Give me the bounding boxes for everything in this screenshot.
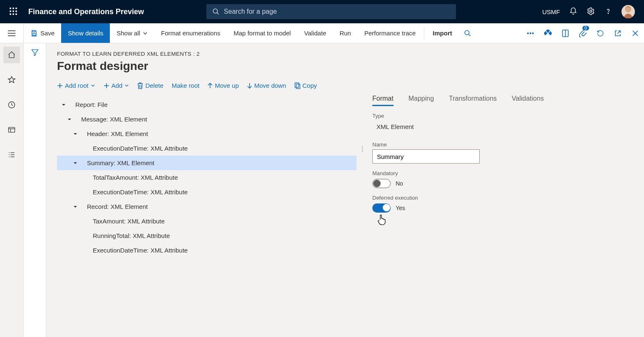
splitter[interactable]: [359, 95, 366, 203]
svg-point-4: [12, 10, 14, 12]
tree-node-label: Header: XML Element: [87, 130, 148, 137]
format-enumerations-button[interactable]: Format enumerations: [154, 23, 227, 43]
map-format-button[interactable]: Map format to model: [227, 23, 298, 43]
svg-point-9: [213, 9, 218, 13]
make-root-button[interactable]: Make root: [172, 82, 200, 89]
tree-node-label: ExecutionDateTime: XML Attribute: [93, 145, 188, 152]
tree-node[interactable]: Record: XML Element: [57, 199, 357, 214]
user-avatar[interactable]: [622, 5, 635, 18]
svg-point-12: [608, 13, 608, 13]
global-header: Finance and Operations Preview Search fo…: [0, 0, 644, 23]
options-diamond-icon[interactable]: [539, 23, 557, 43]
expand-toggle-icon[interactable]: [67, 117, 72, 122]
expand-toggle-icon[interactable]: [73, 204, 78, 209]
delete-button[interactable]: Delete: [137, 82, 163, 89]
save-button[interactable]: Save: [24, 23, 61, 43]
tree-node-label: Message: XML Element: [81, 116, 147, 123]
move-up-button[interactable]: Move up: [208, 82, 239, 89]
open-new-icon[interactable]: [557, 23, 574, 43]
main-content: FORMAT TO LEARN DEFERRED XML ELEMENTS : …: [46, 43, 644, 337]
tree-node[interactable]: ExecutionDateTime: XML Attribute: [57, 243, 357, 258]
validate-button[interactable]: Validate: [297, 23, 333, 43]
svg-line-10: [217, 12, 219, 15]
svg-rect-33: [9, 127, 15, 132]
deferred-toggle[interactable]: [372, 203, 391, 213]
expand-toggle-icon[interactable]: [61, 102, 66, 107]
import-button[interactable]: Import: [426, 23, 459, 43]
tab-format[interactable]: Format: [372, 95, 394, 106]
properties-tabs: Format Mapping Transformations Validatio…: [372, 95, 633, 106]
breadcrumb: FORMAT TO LEARN DEFERRED XML ELEMENTS : …: [57, 51, 633, 57]
expand-toggle-icon[interactable]: [73, 131, 78, 136]
expand-toggle-icon[interactable]: [73, 161, 78, 166]
tree-node-label: RunningTotal: XML Attribute: [93, 232, 170, 239]
svg-point-7: [12, 13, 14, 15]
attachments-icon[interactable]: 0: [574, 23, 592, 43]
pointer-cursor-icon: [376, 214, 387, 225]
svg-rect-26: [549, 31, 552, 35]
tree-node[interactable]: ExecutionDateTime: XML Attribute: [57, 141, 357, 156]
move-down-button[interactable]: Move down: [247, 82, 286, 89]
add-button[interactable]: Add: [104, 82, 129, 89]
settings-gear-icon[interactable]: [587, 7, 595, 17]
tree-node[interactable]: Header: XML Element: [57, 126, 357, 141]
copy-button[interactable]: Copy: [295, 82, 317, 89]
close-icon[interactable]: [627, 23, 644, 43]
type-value: XML Element: [372, 121, 452, 135]
show-details-button[interactable]: Show details: [61, 23, 110, 43]
svg-rect-46: [295, 83, 299, 87]
add-root-button[interactable]: Add root: [57, 82, 95, 89]
more-icon[interactable]: [522, 23, 539, 43]
tree-node[interactable]: RunningTotal: XML Attribute: [57, 228, 357, 243]
help-icon[interactable]: [604, 7, 612, 17]
svg-point-3: [10, 10, 11, 12]
tree-toolbar: Add root Add Delete Make root Move up Mo…: [57, 82, 633, 89]
popout-icon[interactable]: [609, 23, 627, 43]
show-all-button[interactable]: Show all: [110, 23, 154, 43]
rail-recent-icon[interactable]: [3, 97, 20, 113]
tree-node[interactable]: Message: XML Element: [57, 112, 357, 126]
rail-home-icon[interactable]: [3, 47, 20, 63]
global-search[interactable]: Search for a page: [206, 4, 456, 19]
svg-line-29: [617, 31, 620, 34]
tree-node[interactable]: Report: File: [57, 97, 357, 112]
svg-point-0: [10, 7, 11, 9]
rail-favorites-icon[interactable]: [3, 72, 20, 88]
notifications-icon[interactable]: [569, 7, 577, 17]
rail-modules-icon[interactable]: [3, 146, 20, 163]
app-launcher-icon[interactable]: [5, 7, 22, 16]
tree-node[interactable]: Summary: XML Element: [57, 156, 357, 170]
refresh-icon[interactable]: [592, 23, 609, 43]
filter-funnel-icon[interactable]: [24, 48, 46, 58]
deferred-value: Yes: [396, 205, 405, 211]
svg-rect-18: [33, 33, 35, 35]
run-button[interactable]: Run: [333, 23, 358, 43]
left-nav-rail: [0, 43, 24, 337]
company-picker[interactable]: USMF: [542, 8, 560, 15]
filter-column: [24, 43, 46, 337]
tree-node-label: ExecutionDateTime: XML Attribute: [93, 188, 188, 196]
tab-validations[interactable]: Validations: [512, 95, 544, 106]
tree-node-label: ExecutionDateTime: XML Attribute: [93, 247, 188, 254]
svg-point-21: [527, 32, 528, 34]
nav-toggle-icon[interactable]: [0, 23, 24, 43]
find-icon[interactable]: [459, 23, 476, 43]
svg-point-11: [590, 10, 592, 12]
svg-rect-24: [546, 30, 550, 32]
tree-node[interactable]: ExecutionDateTime: XML Attribute: [57, 185, 357, 199]
action-bar: Save Show details Show all Format enumer…: [0, 23, 644, 43]
tree-node-label: Report: File: [75, 101, 108, 108]
tree-node[interactable]: TotalTaxAmount: XML Attribute: [57, 170, 357, 185]
svg-point-1: [12, 7, 14, 9]
tree-node-label: Summary: XML Element: [87, 159, 154, 166]
name-input[interactable]: [372, 149, 480, 164]
attachments-badge: 0: [582, 26, 589, 30]
format-tree[interactable]: Report: FileMessage: XML ElementHeader: …: [57, 95, 357, 337]
rail-workspaces-icon[interactable]: [3, 121, 20, 138]
search-placeholder: Search for a page: [224, 8, 277, 15]
mandatory-toggle[interactable]: [372, 179, 391, 188]
tab-transformations[interactable]: Transformations: [449, 95, 497, 106]
tree-node[interactable]: TaxAmount: XML Attribute: [57, 214, 357, 228]
tab-mapping[interactable]: Mapping: [409, 95, 434, 106]
performance-trace-button[interactable]: Performance trace: [358, 23, 422, 43]
